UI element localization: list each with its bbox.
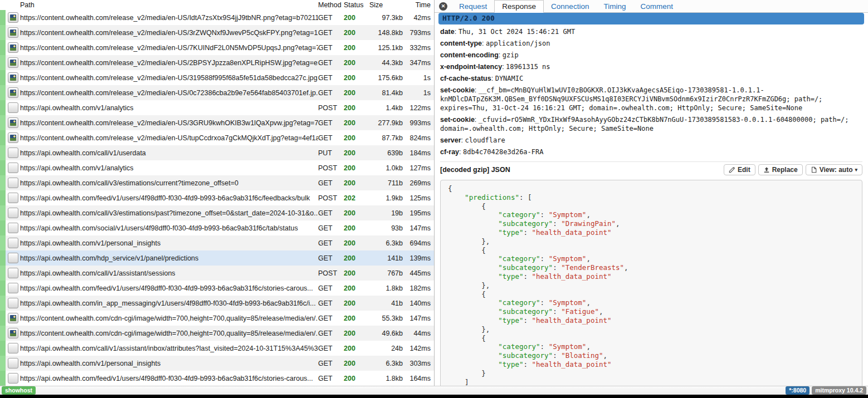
- flow-row[interactable]: https://content.owhealth.com/release_v2/…: [0, 85, 434, 100]
- status-line[interactable]: HTTP/2.0 200: [438, 13, 864, 24]
- edit-icon: [729, 166, 735, 173]
- flow-method: POST: [318, 164, 344, 172]
- column-header-method[interactable]: Method: [318, 1, 344, 9]
- flow-list[interactable]: https://content.owhealth.com/release_v2/…: [0, 10, 434, 386]
- document-file-icon: [8, 193, 18, 203]
- row-icon-cell: [6, 253, 20, 263]
- flow-size: 711b: [368, 179, 403, 187]
- row-icon-cell: [6, 42, 20, 53]
- flow-row[interactable]: https://api.owhealth.com/call/v3/estimat…: [0, 205, 434, 220]
- flow-size: 49.6kb: [368, 330, 403, 337]
- flow-time: 140ms: [403, 299, 434, 307]
- flow-method: GET: [318, 29, 344, 37]
- flow-row[interactable]: https://content.owhealth.com/release_v2/…: [0, 25, 434, 40]
- flow-time: 303ms: [403, 360, 434, 367]
- flow-row[interactable]: https://api.owhealth.com/v1/analyticsPOS…: [0, 100, 434, 115]
- tab-response[interactable]: Response: [494, 0, 544, 13]
- flow-row[interactable]: https://api.owhealth.com/v1/analyticsPOS…: [0, 160, 434, 175]
- column-header-time[interactable]: Time: [403, 1, 434, 9]
- response-header-line[interactable]: server: cloudflare: [440, 136, 862, 145]
- tab-comment[interactable]: Comment: [633, 0, 680, 12]
- flow-row[interactable]: https://api.owhealth.com/feed/v1/users/4…: [0, 190, 434, 205]
- row-icon-cell: [6, 148, 20, 158]
- view-mode-button[interactable]: View: auto ▾: [806, 164, 862, 175]
- replace-button[interactable]: Replace: [758, 164, 803, 175]
- row-marker: [0, 40, 6, 55]
- row-icon-cell: [6, 132, 20, 143]
- flow-row[interactable]: https://content.owhealth.com/release_v2/…: [0, 10, 434, 25]
- flow-size: 24b: [368, 345, 403, 352]
- row-icon-cell: [6, 373, 20, 384]
- flow-row[interactable]: https://api.owhealth.com/call/v1/assista…: [0, 266, 434, 281]
- flow-row[interactable]: https://api.owhealth.com/in_app_messagin…: [0, 296, 434, 311]
- flow-size: 277.9kb: [368, 119, 403, 127]
- flow-row[interactable]: https://api.owhealth.com/feed/v1/users/4…: [0, 281, 434, 296]
- response-header-line[interactable]: cf-ray: 8db4c70428e3d26a-FRA: [440, 148, 862, 156]
- flow-status: 200: [344, 104, 368, 112]
- flow-size: 93b: [368, 224, 403, 232]
- document-file-icon: [8, 358, 18, 368]
- document-file-icon: [8, 373, 18, 384]
- flow-row[interactable]: https://api.owhealth.com/social/v1/users…: [0, 220, 434, 235]
- header-name: date: [440, 28, 455, 36]
- version-badge: mitmproxy 10.4.2: [812, 386, 866, 395]
- flow-row[interactable]: https://api.owhealth.com/call/v1/assista…: [0, 341, 434, 356]
- tab-request[interactable]: Request: [452, 0, 494, 12]
- flow-time: 44ms: [403, 330, 434, 337]
- flow-size: 1.8kb: [368, 284, 403, 292]
- flow-row[interactable]: https://content.owhealth.com/release_v2/…: [0, 115, 434, 130]
- flow-method: GET: [318, 315, 344, 322]
- response-header-line[interactable]: content-type: application/json: [440, 39, 862, 48]
- response-header-line[interactable]: x-endpoint-latency: 18961315 ns: [440, 62, 862, 71]
- flow-path: https://api.owhealth.com/v1/personal_ins…: [20, 360, 318, 367]
- row-marker: [0, 100, 6, 115]
- row-icon-cell: [6, 208, 20, 218]
- row-icon-cell: [6, 102, 20, 113]
- flow-row[interactable]: https://api.owhealth.com/v1/personal_ins…: [0, 235, 434, 250]
- flow-path: https://api.owhealth.com/feed/v1/users/4…: [20, 284, 318, 292]
- response-header-line[interactable]: date: Thu, 31 Oct 2024 15:46:21 GMT: [440, 27, 862, 36]
- header-value: _cfuvid=rO5WmR_YDxIHxWf9AasohAyyGObz24zC…: [440, 116, 849, 132]
- response-header-line[interactable]: set-cookie: __cf_bm=cMnBQYuHlW1wUVI0zBOG…: [440, 86, 862, 112]
- flow-row[interactable]: https://content.owhealth.com/release_v2/…: [0, 70, 434, 85]
- flow-row[interactable]: https://content.owhealth.com/release_v2/…: [0, 40, 434, 55]
- response-header-line[interactable]: set-cookie: _cfuvid=rO5WmR_YDxIHxWf9Aaso…: [440, 115, 862, 133]
- response-body-box[interactable]: { "predictions": [ { "category": "Sympto…: [440, 180, 862, 386]
- header-name: content-encoding: [440, 51, 499, 59]
- flow-row[interactable]: https://api.owhealth.com/hdp_service/v1/…: [0, 250, 434, 266]
- detail-tabs: RequestResponseConnectionTimingComment: [435, 0, 868, 13]
- response-header-line[interactable]: content-encoding: gzip: [440, 51, 862, 60]
- flow-time: 147ms: [403, 224, 434, 232]
- edit-button[interactable]: Edit: [724, 164, 755, 175]
- close-icon[interactable]: [439, 2, 447, 11]
- flow-time: 42ms: [403, 14, 434, 22]
- column-header-status[interactable]: Status: [344, 1, 368, 9]
- chevron-down-icon: ▾: [855, 167, 857, 173]
- row-icon-cell: [6, 313, 20, 323]
- flow-row[interactable]: https://api.owhealth.com/call/v1/userdat…: [0, 145, 434, 160]
- flow-time: 793ms: [403, 29, 434, 37]
- row-icon-cell: [6, 57, 20, 68]
- header-name: set-cookie: [440, 86, 475, 94]
- image-file-icon: [8, 27, 18, 38]
- flow-row[interactable]: https://api.owhealth.com/v1/personal_ins…: [0, 356, 434, 371]
- tab-connection[interactable]: Connection: [544, 0, 596, 12]
- row-marker: [0, 266, 6, 281]
- flow-status: 200: [344, 299, 368, 307]
- flow-row[interactable]: https://content.owhealth.com/cdn-cgi/ima…: [0, 326, 434, 341]
- response-header-line[interactable]: cf-cache-status: DYNAMIC: [440, 74, 862, 83]
- flow-method: GET: [318, 299, 344, 307]
- response-content[interactable]: HTTP/2.0 200 date: Thu, 31 Oct 2024 15:4…: [435, 13, 868, 386]
- flow-row[interactable]: https://api.owhealth.com/call/v3/estimat…: [0, 175, 434, 190]
- flow-size: 44.3kb: [368, 59, 403, 67]
- flow-row[interactable]: https://content.owhealth.com/release_v2/…: [0, 55, 434, 70]
- flow-time: 694ms: [403, 239, 434, 247]
- flow-time: 993ms: [403, 119, 434, 127]
- flow-row[interactable]: https://content.owhealth.com/cdn-cgi/ima…: [0, 311, 434, 326]
- flow-row[interactable]: https://api.owhealth.com/feed/v1/users/4…: [0, 371, 434, 386]
- flow-row[interactable]: https://content.owhealth.com/release_v2/…: [0, 130, 434, 145]
- flow-path: https://content.owhealth.com/release_v2/…: [20, 134, 318, 142]
- tab-timing[interactable]: Timing: [596, 0, 633, 12]
- column-header-size[interactable]: Size: [368, 1, 403, 9]
- column-header-path[interactable]: Path: [0, 1, 318, 9]
